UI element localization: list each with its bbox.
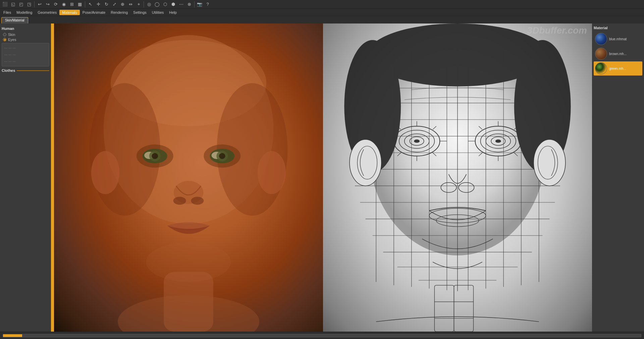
sep4 (194, 1, 195, 7)
clothes-separator-line (17, 70, 49, 71)
smooth-icon[interactable]: ◉ (60, 1, 67, 8)
material-item-brown[interactable]: brown.mh... (594, 47, 642, 61)
sculpt4-icon[interactable]: ⬢ (169, 1, 177, 8)
sculpt6-icon[interactable]: ⊗ (185, 1, 193, 8)
left-panel: Human Skin Eyes — — — — — — — — — Clothe… (0, 23, 52, 332)
radio-eyes-circle (3, 38, 6, 41)
right-panel: Material blue.mhmat brown.mh... green.mh… (592, 23, 644, 332)
rotate-icon[interactable]: ↻ (103, 1, 110, 8)
scale-icon[interactable]: ⤢ (111, 1, 118, 8)
material-item-green[interactable]: green.mh... (594, 61, 642, 76)
new-file-icon[interactable]: ⬛ (1, 1, 9, 8)
material-name-green: green.mh... (609, 67, 641, 70)
menu-geometries[interactable]: Geometries (35, 10, 59, 15)
sculpt3-icon[interactable]: ⬡ (161, 1, 169, 8)
svg-point-15 (173, 197, 186, 205)
menu-modelling[interactable]: Modelling (14, 10, 35, 15)
menu-rendering[interactable]: Rendering (108, 10, 130, 15)
material-swatch-blue (595, 33, 607, 45)
select-icon[interactable]: ↖ (87, 1, 94, 8)
dim-option-3: — — — (3, 58, 48, 65)
svg-point-18 (91, 151, 119, 194)
menu-materials[interactable]: Materials (59, 10, 80, 15)
main-layout: Human Skin Eyes — — — — — — — — — Clothe… (0, 23, 644, 332)
dim-option-1: — — — (3, 45, 48, 51)
viewport-inner (54, 23, 592, 332)
sep3 (144, 1, 144, 7)
svg-point-16 (191, 197, 204, 205)
svg-point-21 (118, 295, 259, 332)
bottom-bar (0, 332, 644, 339)
progress-bar-container (3, 334, 641, 337)
camera-icon[interactable]: 📷 (196, 1, 203, 8)
radio-eyes-label: Eyes (8, 38, 16, 42)
material-item-blue[interactable]: blue.mhmat (594, 32, 642, 46)
rendered-face-svg (54, 23, 323, 332)
radio-eyes[interactable]: Eyes (3, 38, 48, 42)
checker-icon[interactable]: ▦ (76, 1, 84, 8)
progress-bar-fill (3, 334, 22, 337)
help-icon[interactable]: ? (204, 1, 211, 8)
sculpt2-icon[interactable]: ◯ (153, 1, 161, 8)
human-options-box: — — — — — — — — — (2, 43, 49, 66)
redo-icon[interactable]: ↪ (44, 1, 51, 8)
mirror-icon[interactable]: ⇔ (127, 1, 134, 8)
radio-skin-label: Skin (8, 33, 15, 37)
menu-utilities[interactable]: Utilities (149, 10, 166, 15)
clothes-bar: Clothes (2, 68, 49, 72)
svg-point-56 (414, 139, 420, 143)
menu-bar: Files Modelling Geometries Materials Pos… (0, 9, 644, 16)
material-swatch-green (595, 62, 607, 75)
material-name-brown: brown.mh... (609, 52, 641, 56)
wireframe-face-svg (323, 23, 592, 332)
sep1 (34, 1, 35, 7)
radio-skin[interactable]: Skin (3, 33, 48, 37)
radio-skin-circle (3, 33, 6, 36)
sym-icon[interactable]: ⌖ (135, 1, 142, 8)
dim-option-2: — — — (3, 51, 48, 58)
svg-point-69 (495, 139, 501, 143)
move-icon[interactable]: ✛ (95, 1, 102, 8)
menu-files[interactable]: Files (1, 10, 14, 15)
refresh-icon[interactable]: ⟳ (52, 1, 59, 8)
svg-point-13 (219, 153, 225, 159)
svg-point-12 (152, 153, 158, 159)
save-file-icon[interactable]: ◰ (17, 1, 25, 8)
material-section-label: Material (594, 26, 642, 30)
wireframe-viewport (323, 23, 592, 332)
rendered-viewport (54, 23, 323, 332)
open-file-icon[interactable]: ◱ (9, 1, 17, 8)
menu-settings[interactable]: Settings (130, 10, 149, 15)
viewport[interactable]: 3Dbuffer.com (54, 23, 592, 332)
svg-point-19 (258, 151, 286, 194)
target-icon[interactable]: ⊕ (119, 1, 126, 8)
sep2 (85, 1, 85, 7)
tab-bar: Skin/Material (0, 16, 644, 23)
undo-icon[interactable]: ↩ (36, 1, 43, 8)
svg-rect-86 (434, 285, 454, 332)
menu-pose-animate[interactable]: Pose/Animate (80, 10, 108, 15)
sculpt5-icon[interactable]: ⋯ (177, 1, 185, 8)
human-section-label: Human (2, 27, 49, 31)
clothes-label: Clothes (2, 68, 15, 72)
menu-help[interactable]: Help (166, 10, 179, 15)
export-icon[interactable]: ◳ (25, 1, 33, 8)
svg-rect-87 (454, 285, 473, 332)
sculpt1-icon[interactable]: ◎ (145, 1, 153, 8)
grid-icon[interactable]: ⊞ (68, 1, 75, 8)
tab-skin-material[interactable]: Skin/Material (1, 17, 28, 23)
material-name-blue: blue.mhmat (609, 37, 641, 41)
radio-group: Skin Eyes (2, 32, 49, 42)
material-swatch-brown (595, 48, 607, 60)
top-toolbar: ⬛ ◱ ◰ ◳ ↩ ↪ ⟳ ◉ ⊞ ▦ ↖ ✛ ↻ ⤢ ⊕ ⇔ ⌖ ◎ ◯ ⬡ … (0, 0, 644, 9)
